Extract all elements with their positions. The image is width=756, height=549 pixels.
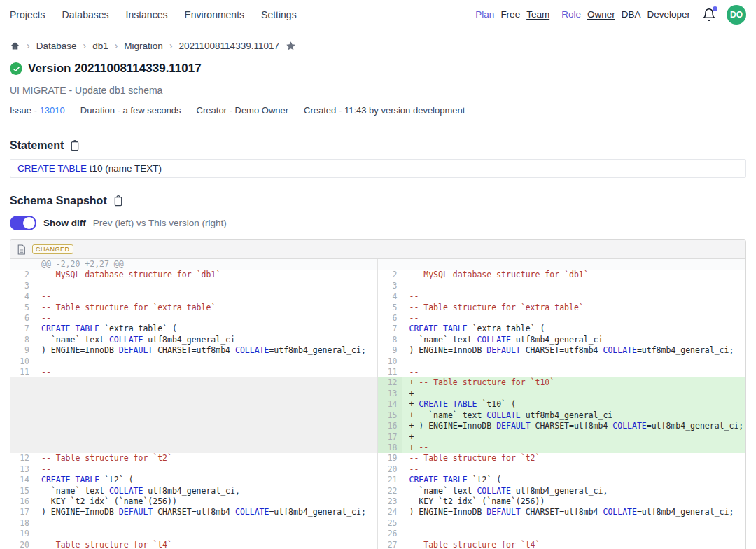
diff-row: 7CREATE TABLE `extra_table` (7CREATE TAB… xyxy=(10,324,746,334)
line-code xyxy=(402,259,746,270)
breadcrumb: › Database › db1 › Migration › 202110081… xyxy=(10,40,746,51)
snapshot-section-heading: Schema Snapshot xyxy=(10,195,746,207)
line-code: CREATE TABLE `t2` ( xyxy=(402,475,746,485)
line-code: `name` text COLLATE utf8mb4_general_ci, xyxy=(34,486,378,496)
line-number: 17 xyxy=(10,507,34,517)
top-navigation-bar: Projects Databases Instances Environment… xyxy=(0,0,756,29)
line-code: + ) ENGINE=InnoDB DEFAULT CHARSET=utf8mb… xyxy=(402,421,746,431)
role-developer-link[interactable]: Developer xyxy=(647,9,690,20)
show-diff-toggle[interactable] xyxy=(10,216,36,230)
line-code xyxy=(34,399,378,410)
main-nav: Projects Databases Instances Environment… xyxy=(10,9,297,20)
line-code: -- Table structure for `extra_table` xyxy=(402,303,746,313)
line-code: `name` text COLLATE utf8mb4_general_ci, xyxy=(402,486,746,496)
line-code: KEY `t2_idx` (`name`(256)) xyxy=(402,496,746,507)
nav-item-instances[interactable]: Instances xyxy=(126,9,168,20)
breadcrumb-item-db1[interactable]: db1 xyxy=(92,41,108,51)
copy-snapshot-icon[interactable] xyxy=(113,195,124,207)
diff-row: 13--20-- xyxy=(10,464,746,475)
line-code: -- xyxy=(34,291,378,302)
line-number xyxy=(10,410,34,421)
line-number: 9 xyxy=(378,345,402,356)
line-number: 2 xyxy=(378,270,402,280)
nav-item-environments[interactable]: Environments xyxy=(184,9,244,20)
line-number: 16 xyxy=(10,496,34,507)
diff-row: 13+ -- xyxy=(10,389,746,399)
diff-row: @@ -2,20 +2,27 @@ xyxy=(10,259,746,270)
sql-keyword: CREATE TABLE xyxy=(18,163,87,174)
line-number: 24 xyxy=(378,507,402,517)
line-code: CREATE TABLE `extra_table` ( xyxy=(34,324,378,334)
line-code: -- xyxy=(402,291,746,302)
breadcrumb-item-version[interactable]: 20211008114339.11017 xyxy=(179,41,279,51)
line-number xyxy=(10,377,34,388)
line-code: CREATE TABLE `extra_table` ( xyxy=(402,324,746,334)
line-code: -- xyxy=(402,464,746,475)
star-icon[interactable] xyxy=(286,41,296,51)
line-code: + CREATE TABLE `t10` ( xyxy=(402,399,746,410)
duration-meta: Duration - a few seconds xyxy=(80,105,181,116)
line-code xyxy=(34,377,378,388)
nav-item-projects[interactable]: Projects xyxy=(10,9,46,20)
diff-row: 5-- Table structure for `extra_table`5--… xyxy=(10,303,746,313)
breadcrumb-item-database[interactable]: Database xyxy=(36,41,77,51)
diff-row: 15+ `name` text COLLATE utf8mb4_general_… xyxy=(10,410,746,421)
diff-row: 17) ENGINE=InnoDB DEFAULT CHARSET=utf8mb… xyxy=(10,507,746,517)
line-number: 25 xyxy=(378,518,402,529)
line-number: 10 xyxy=(10,356,34,367)
migration-subtitle: UI MIGRATE - Update db1 schema xyxy=(10,85,746,96)
line-code: -- xyxy=(34,367,378,377)
line-number xyxy=(10,399,34,410)
user-avatar[interactable]: DO xyxy=(727,5,746,25)
notification-bell-icon[interactable] xyxy=(702,7,718,22)
diff-row: 19--26-- xyxy=(10,529,746,539)
line-code xyxy=(34,432,378,443)
file-icon xyxy=(17,244,26,255)
copy-statement-icon[interactable] xyxy=(69,140,80,151)
line-number: 4 xyxy=(378,291,402,302)
issue-link[interactable]: 13010 xyxy=(40,105,65,116)
version-title-row: Version 20211008114339.11017 xyxy=(10,62,746,76)
schema-diff-viewer: CHANGED @@ -2,20 +2,27 @@2-- MySQL datab… xyxy=(10,239,746,549)
page-title: Version 20211008114339.11017 xyxy=(28,62,202,76)
schema-snapshot-heading: Schema Snapshot xyxy=(10,195,107,207)
section-divider xyxy=(0,127,756,127)
line-code: -- Table structure for `t2` xyxy=(34,453,378,464)
line-number: 20 xyxy=(10,540,34,549)
statement-section-heading: Statement xyxy=(10,139,746,152)
line-number: 17 xyxy=(378,432,402,443)
line-number: 21 xyxy=(378,475,402,485)
line-number: 11 xyxy=(10,367,34,377)
line-code: ) ENGINE=InnoDB DEFAULT CHARSET=utf8mb4 … xyxy=(402,345,746,356)
nav-item-settings[interactable]: Settings xyxy=(261,9,297,20)
changed-status-badge: CHANGED xyxy=(32,244,74,254)
line-code: + `name` text COLLATE utf8mb4_general_ci xyxy=(402,410,746,421)
line-number: 2 xyxy=(10,270,34,280)
breadcrumb-item-migration[interactable]: Migration xyxy=(124,41,163,51)
plan-team-link[interactable]: Team xyxy=(526,9,550,20)
home-icon[interactable] xyxy=(10,41,20,51)
diff-row: 6--6-- xyxy=(10,313,746,324)
line-number: 14 xyxy=(10,475,34,485)
diff-row: 14+ CREATE TABLE `t10` ( xyxy=(10,399,746,410)
plan-label: Plan xyxy=(475,9,494,20)
line-number: 4 xyxy=(10,291,34,302)
line-code: -- MySQL database structure for `db1` xyxy=(34,270,378,280)
line-code: @@ -2,20 +2,27 @@ xyxy=(34,259,378,270)
line-code: + xyxy=(402,432,746,443)
line-code: -- xyxy=(34,464,378,475)
line-code: + -- xyxy=(402,443,746,453)
line-number: 14 xyxy=(378,399,402,410)
diff-file-header: CHANGED xyxy=(10,240,746,259)
sql-rest: t10 (name TEXT) xyxy=(87,163,162,174)
role-owner-link[interactable]: Owner xyxy=(587,9,615,20)
role-dba-link[interactable]: DBA xyxy=(622,9,641,20)
plan-value: Free xyxy=(500,9,520,20)
role-label: Role xyxy=(561,9,581,20)
top-right-controls: Plan Free Team Role Owner DBA Developer … xyxy=(475,5,746,25)
diff-row: 14CREATE TABLE `t2` (21CREATE TABLE `t2`… xyxy=(10,475,746,485)
statement-heading: Statement xyxy=(10,139,64,152)
nav-item-databases[interactable]: Databases xyxy=(62,9,109,20)
line-number: 19 xyxy=(10,529,34,539)
line-code: ) ENGINE=InnoDB DEFAULT CHARSET=utf8mb4 … xyxy=(34,507,378,517)
